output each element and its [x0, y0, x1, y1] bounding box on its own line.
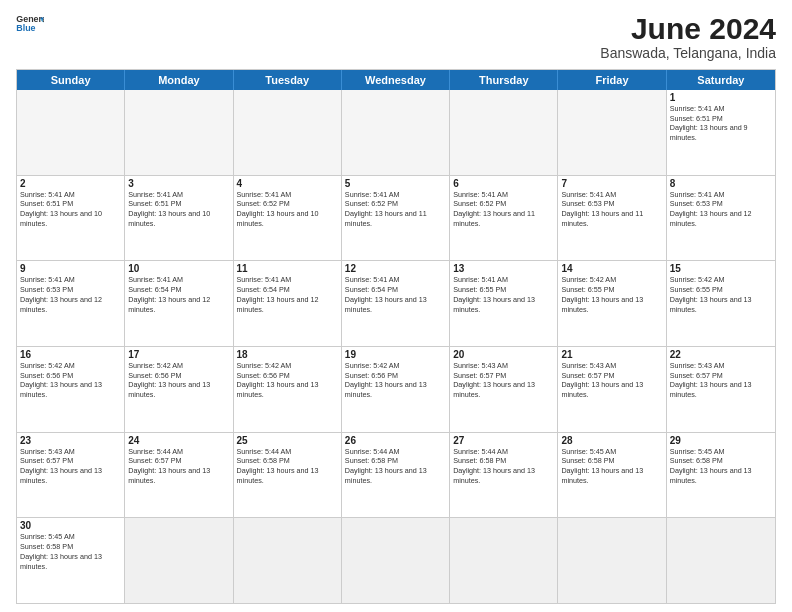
day-number: 10	[128, 263, 229, 274]
calendar-cell	[125, 90, 233, 175]
day-number: 25	[237, 435, 338, 446]
calendar-week-4: 16Sunrise: 5:42 AMSunset: 6:56 PMDayligh…	[17, 346, 775, 432]
calendar-cell: 23Sunrise: 5:43 AMSunset: 6:57 PMDayligh…	[17, 433, 125, 518]
logo: General Blue	[16, 12, 44, 34]
calendar-cell	[450, 90, 558, 175]
day-number: 9	[20, 263, 121, 274]
day-number: 16	[20, 349, 121, 360]
day-header-tuesday: Tuesday	[234, 70, 342, 90]
day-number: 11	[237, 263, 338, 274]
cell-sun-info: Sunrise: 5:41 AMSunset: 6:52 PMDaylight:…	[345, 190, 446, 229]
day-number: 14	[561, 263, 662, 274]
day-number: 24	[128, 435, 229, 446]
cell-sun-info: Sunrise: 5:41 AMSunset: 6:55 PMDaylight:…	[453, 275, 554, 314]
day-number: 5	[345, 178, 446, 189]
cell-sun-info: Sunrise: 5:41 AMSunset: 6:53 PMDaylight:…	[670, 190, 772, 229]
calendar-cell: 18Sunrise: 5:42 AMSunset: 6:56 PMDayligh…	[234, 347, 342, 432]
cell-sun-info: Sunrise: 5:41 AMSunset: 6:51 PMDaylight:…	[20, 190, 121, 229]
day-header-thursday: Thursday	[450, 70, 558, 90]
calendar-cell: 15Sunrise: 5:42 AMSunset: 6:55 PMDayligh…	[667, 261, 775, 346]
cell-sun-info: Sunrise: 5:41 AMSunset: 6:51 PMDaylight:…	[670, 104, 772, 143]
cell-sun-info: Sunrise: 5:42 AMSunset: 6:56 PMDaylight:…	[128, 361, 229, 400]
calendar-week-2: 2Sunrise: 5:41 AMSunset: 6:51 PMDaylight…	[17, 175, 775, 261]
cell-sun-info: Sunrise: 5:41 AMSunset: 6:54 PMDaylight:…	[345, 275, 446, 314]
cell-sun-info: Sunrise: 5:43 AMSunset: 6:57 PMDaylight:…	[561, 361, 662, 400]
calendar-cell: 24Sunrise: 5:44 AMSunset: 6:57 PMDayligh…	[125, 433, 233, 518]
calendar-cell: 3Sunrise: 5:41 AMSunset: 6:51 PMDaylight…	[125, 176, 233, 261]
day-number: 7	[561, 178, 662, 189]
calendar-cell: 30Sunrise: 5:45 AMSunset: 6:58 PMDayligh…	[17, 518, 125, 603]
calendar-cell: 1Sunrise: 5:41 AMSunset: 6:51 PMDaylight…	[667, 90, 775, 175]
cell-sun-info: Sunrise: 5:44 AMSunset: 6:58 PMDaylight:…	[345, 447, 446, 486]
calendar-cell: 14Sunrise: 5:42 AMSunset: 6:55 PMDayligh…	[558, 261, 666, 346]
calendar-cell: 2Sunrise: 5:41 AMSunset: 6:51 PMDaylight…	[17, 176, 125, 261]
location: Banswada, Telangana, India	[600, 45, 776, 61]
day-number: 29	[670, 435, 772, 446]
calendar-cell	[558, 518, 666, 603]
calendar-cell: 29Sunrise: 5:45 AMSunset: 6:58 PMDayligh…	[667, 433, 775, 518]
day-number: 13	[453, 263, 554, 274]
cell-sun-info: Sunrise: 5:45 AMSunset: 6:58 PMDaylight:…	[670, 447, 772, 486]
calendar-cell	[17, 90, 125, 175]
cell-sun-info: Sunrise: 5:41 AMSunset: 6:53 PMDaylight:…	[20, 275, 121, 314]
calendar-cell: 7Sunrise: 5:41 AMSunset: 6:53 PMDaylight…	[558, 176, 666, 261]
cell-sun-info: Sunrise: 5:43 AMSunset: 6:57 PMDaylight:…	[20, 447, 121, 486]
cell-sun-info: Sunrise: 5:41 AMSunset: 6:53 PMDaylight:…	[561, 190, 662, 229]
day-number: 20	[453, 349, 554, 360]
calendar-cell: 11Sunrise: 5:41 AMSunset: 6:54 PMDayligh…	[234, 261, 342, 346]
day-number: 2	[20, 178, 121, 189]
calendar-header: SundayMondayTuesdayWednesdayThursdayFrid…	[17, 70, 775, 90]
calendar-week-3: 9Sunrise: 5:41 AMSunset: 6:53 PMDaylight…	[17, 260, 775, 346]
day-number: 21	[561, 349, 662, 360]
day-number: 18	[237, 349, 338, 360]
cell-sun-info: Sunrise: 5:44 AMSunset: 6:57 PMDaylight:…	[128, 447, 229, 486]
title-area: June 2024 Banswada, Telangana, India	[600, 12, 776, 61]
page: General Blue June 2024 Banswada, Telanga…	[0, 0, 792, 612]
day-header-monday: Monday	[125, 70, 233, 90]
calendar-cell: 22Sunrise: 5:43 AMSunset: 6:57 PMDayligh…	[667, 347, 775, 432]
cell-sun-info: Sunrise: 5:43 AMSunset: 6:57 PMDaylight:…	[453, 361, 554, 400]
day-number: 28	[561, 435, 662, 446]
calendar-cell: 13Sunrise: 5:41 AMSunset: 6:55 PMDayligh…	[450, 261, 558, 346]
month-title: June 2024	[600, 12, 776, 45]
day-number: 23	[20, 435, 121, 446]
cell-sun-info: Sunrise: 5:41 AMSunset: 6:54 PMDaylight:…	[237, 275, 338, 314]
calendar-cell	[558, 90, 666, 175]
day-number: 12	[345, 263, 446, 274]
day-number: 19	[345, 349, 446, 360]
day-number: 1	[670, 92, 772, 103]
calendar-cell: 16Sunrise: 5:42 AMSunset: 6:56 PMDayligh…	[17, 347, 125, 432]
calendar-cell: 20Sunrise: 5:43 AMSunset: 6:57 PMDayligh…	[450, 347, 558, 432]
day-number: 26	[345, 435, 446, 446]
calendar-body: 1Sunrise: 5:41 AMSunset: 6:51 PMDaylight…	[17, 90, 775, 603]
cell-sun-info: Sunrise: 5:42 AMSunset: 6:56 PMDaylight:…	[237, 361, 338, 400]
cell-sun-info: Sunrise: 5:41 AMSunset: 6:52 PMDaylight:…	[453, 190, 554, 229]
calendar-cell: 21Sunrise: 5:43 AMSunset: 6:57 PMDayligh…	[558, 347, 666, 432]
cell-sun-info: Sunrise: 5:41 AMSunset: 6:52 PMDaylight:…	[237, 190, 338, 229]
header: General Blue June 2024 Banswada, Telanga…	[16, 12, 776, 61]
day-header-sunday: Sunday	[17, 70, 125, 90]
day-number: 15	[670, 263, 772, 274]
cell-sun-info: Sunrise: 5:45 AMSunset: 6:58 PMDaylight:…	[20, 532, 121, 571]
cell-sun-info: Sunrise: 5:42 AMSunset: 6:56 PMDaylight:…	[20, 361, 121, 400]
calendar-cell	[234, 90, 342, 175]
cell-sun-info: Sunrise: 5:42 AMSunset: 6:55 PMDaylight:…	[670, 275, 772, 314]
calendar-cell: 17Sunrise: 5:42 AMSunset: 6:56 PMDayligh…	[125, 347, 233, 432]
calendar-cell: 25Sunrise: 5:44 AMSunset: 6:58 PMDayligh…	[234, 433, 342, 518]
svg-text:Blue: Blue	[16, 23, 35, 33]
day-number: 27	[453, 435, 554, 446]
calendar-cell	[342, 518, 450, 603]
calendar-cell: 26Sunrise: 5:44 AMSunset: 6:58 PMDayligh…	[342, 433, 450, 518]
calendar-cell	[667, 518, 775, 603]
cell-sun-info: Sunrise: 5:44 AMSunset: 6:58 PMDaylight:…	[237, 447, 338, 486]
calendar-cell	[342, 90, 450, 175]
calendar-week-6: 30Sunrise: 5:45 AMSunset: 6:58 PMDayligh…	[17, 517, 775, 603]
calendar-cell: 10Sunrise: 5:41 AMSunset: 6:54 PMDayligh…	[125, 261, 233, 346]
day-number: 6	[453, 178, 554, 189]
logo-icon: General Blue	[16, 12, 44, 34]
calendar-cell: 9Sunrise: 5:41 AMSunset: 6:53 PMDaylight…	[17, 261, 125, 346]
calendar-cell	[234, 518, 342, 603]
calendar-cell: 27Sunrise: 5:44 AMSunset: 6:58 PMDayligh…	[450, 433, 558, 518]
day-number: 8	[670, 178, 772, 189]
day-number: 3	[128, 178, 229, 189]
